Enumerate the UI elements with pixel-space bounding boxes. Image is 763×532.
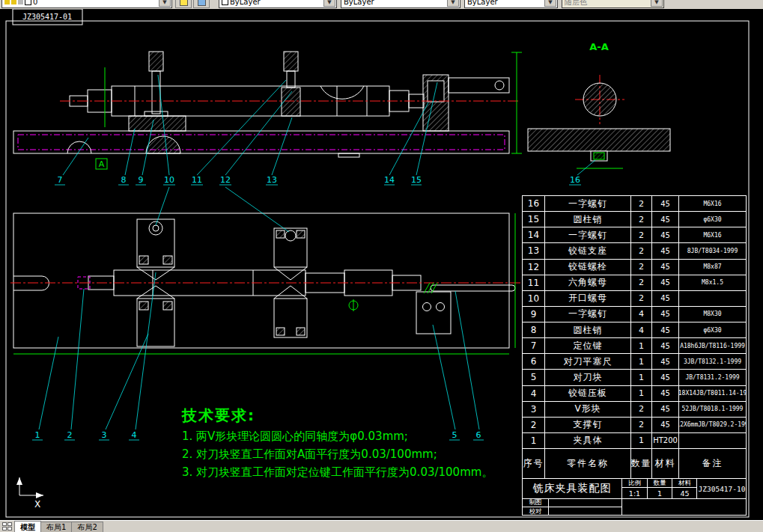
linetype-combo-value: ByLayer bbox=[344, 0, 374, 6]
bom-cell-material: 45 bbox=[652, 227, 679, 243]
bom-cell-no: 16 bbox=[523, 196, 545, 212]
technical-requirements: 技术要求: 1. 两V形块理论圆圆心的同轴度为φ0.03mm; 2. 对刀块竖直… bbox=[182, 406, 505, 480]
bom-cell-remark: A18h6JB/T8116-1999 bbox=[679, 338, 747, 354]
bom-row: 6 对刀平塞尺 1 45 3JB/T8132.1-1999 bbox=[523, 354, 747, 370]
bom-cell-material: 45 bbox=[652, 354, 679, 370]
bom-cell-name: 圆柱销 bbox=[545, 212, 631, 227]
bom-cell-qty: 1 bbox=[631, 433, 652, 449]
bom-row: 11 六角螺母 2 45 M8x1.5 bbox=[523, 275, 747, 291]
dropdown-arrow-icon[interactable]: ▼ bbox=[159, 0, 171, 7]
sheet-set-icon[interactable] bbox=[2, 522, 13, 532]
bom-cell-qty: 4 bbox=[631, 322, 652, 338]
bom-cell-qty: 2 bbox=[631, 227, 652, 243]
bom-cell-name: 定位键 bbox=[545, 338, 631, 354]
bom-row: 13 铰链支座 2 45 8JB/T8034-1999 bbox=[523, 243, 747, 259]
signature-rows: 制图 校对 bbox=[523, 499, 746, 516]
material-label: 材料 bbox=[672, 479, 697, 488]
bom-cell-no: 14 bbox=[523, 227, 545, 243]
bom-table-body: 16 一字螺钉 2 45 M6X16 15 圆柱销 2 45 φ6X30 bbox=[523, 196, 747, 449]
linetype-combo[interactable]: ByLayer ▼ bbox=[341, 0, 460, 8]
bom-cell-name: 支撑钉 bbox=[545, 418, 631, 433]
section-view: A-A bbox=[528, 41, 670, 168]
bom-cell-remark: M8X30 bbox=[679, 307, 747, 322]
tab-layout2[interactable]: 布局2 bbox=[71, 522, 103, 532]
bom-cell-material: 45 bbox=[652, 291, 679, 307]
bom-cell-remark: 52JB/T8018.1-1999 bbox=[679, 402, 747, 418]
datum-label: A bbox=[99, 159, 105, 169]
datum-a-flag: A bbox=[96, 159, 107, 169]
layer-previous-button[interactable] bbox=[193, 0, 210, 8]
tab-layout1[interactable]: 布局1 bbox=[40, 522, 72, 532]
bom-cell-no: 12 bbox=[523, 260, 545, 275]
bom-row: 9 一字螺钉 4 45 M8X30 bbox=[523, 307, 747, 322]
plotstyle-combo-value: 随层色 bbox=[565, 0, 587, 7]
balloon-leaders bbox=[39, 75, 595, 429]
bom-cell-material: 45 bbox=[652, 243, 679, 259]
bom-cell-remark: φ6X30 bbox=[679, 322, 747, 338]
bom-cell-no: 5 bbox=[523, 370, 545, 385]
bom-cell-no: 1 bbox=[523, 433, 545, 449]
qty-label: 数量 bbox=[648, 479, 672, 488]
dropdown-arrow-icon[interactable]: ▼ bbox=[323, 0, 335, 7]
bom-cell-name: 铰链压板 bbox=[545, 386, 631, 402]
balloon-9: 9 bbox=[139, 175, 144, 185]
color-combo-value: ByLayer bbox=[230, 0, 261, 6]
bom-cell-no: 3 bbox=[523, 402, 545, 418]
ucs-x-label: X bbox=[34, 499, 40, 510]
bom-row: 2 支撑钉 2 45 A12X6mmJB/T8029.2-1999 bbox=[523, 418, 747, 433]
title-block: 铣床夹具装配图 比例 数量 材料 1:1 1 45 JZ305417-10 制图… bbox=[522, 478, 747, 516]
bom-cell-no: 11 bbox=[523, 275, 545, 291]
balloon-15: 15 bbox=[411, 175, 422, 185]
layer-color-swatch bbox=[25, 0, 31, 5]
bom-cell-no: 6 bbox=[523, 354, 545, 370]
make-object-layer-current-button[interactable] bbox=[175, 0, 192, 8]
bom-header-qty: 数量 bbox=[631, 449, 652, 479]
dropdown-arrow-icon[interactable]: ▼ bbox=[544, 0, 556, 7]
bom-cell-name: 对刀平塞尺 bbox=[545, 354, 631, 370]
bom-cell-remark: A118X14JB/T8011.14-1999 bbox=[679, 386, 747, 402]
layer-combo[interactable]: 0 ▼ bbox=[1, 0, 172, 8]
bom-cell-qty: 1 bbox=[631, 338, 652, 354]
ucs-icon: X bbox=[16, 477, 43, 510]
scale-value: 1:1 bbox=[622, 488, 648, 498]
lineweight-combo[interactable]: ByLayer ▼ bbox=[464, 0, 558, 8]
bom-cell-name: 夹具体 bbox=[545, 433, 631, 449]
color-swatch bbox=[222, 0, 228, 5]
bom-cell-no: 9 bbox=[523, 307, 545, 322]
bom-cell-material: 45 bbox=[652, 275, 679, 291]
bom-cell-qty: 1 bbox=[631, 386, 652, 402]
section-label: A-A bbox=[589, 41, 609, 52]
bom-cell-qty: 2 bbox=[631, 212, 652, 227]
bom-table: 16 一字螺钉 2 45 M6X16 15 圆柱销 2 45 φ6X30 bbox=[522, 195, 747, 479]
bom-row: 12 铰链螺栓 2 45 M8x87 bbox=[523, 260, 747, 275]
balloon-11: 11 bbox=[192, 175, 202, 185]
bom-cell-qty: 2 bbox=[631, 418, 652, 433]
qty-value: 1 bbox=[648, 488, 672, 498]
bom-header-row: 序号 零件名称 数量 材料 备注 bbox=[523, 449, 747, 479]
bom-cell-remark bbox=[679, 433, 747, 449]
bom-cell-qty: 2 bbox=[631, 196, 652, 212]
status-bar: 模型 布局1 布局2 bbox=[0, 520, 763, 532]
bom-header-no: 序号 bbox=[523, 449, 545, 479]
doc-label-box: JZ305417-01 bbox=[13, 9, 82, 25]
bom-cell-material: 45 bbox=[652, 307, 679, 322]
dropdown-arrow-icon[interactable]: ▼ bbox=[447, 0, 459, 7]
bom-cell-remark bbox=[679, 291, 747, 307]
color-combo[interactable]: ByLayer ▼ bbox=[219, 0, 337, 8]
bom-cell-name: 开口螺母 bbox=[545, 291, 631, 307]
bom-row: 1 夹具体 1 HT200 bbox=[523, 433, 747, 449]
bom-row: 5 对刀块 1 45 JB/T8131.2-1999 bbox=[523, 370, 747, 385]
balloon-16: 16 bbox=[570, 175, 580, 185]
bom-cell-material: 45 bbox=[652, 322, 679, 338]
layer-on-icon bbox=[4, 0, 10, 4]
drawing-canvas[interactable]: JZ305417-01 bbox=[0, 9, 763, 520]
bom-row: 7 定位键 1 45 A18h6JB/T8116-1999 bbox=[523, 338, 747, 354]
balloon-8: 8 bbox=[121, 175, 127, 185]
scale-qty-material-grid: 比例 数量 材料 1:1 1 45 bbox=[622, 479, 697, 499]
bom-cell-no: 4 bbox=[523, 386, 545, 402]
tab-model[interactable]: 模型 bbox=[14, 521, 41, 532]
layer-tool-icon bbox=[180, 0, 188, 6]
bom-cell-remark: JB/T8131.2-1999 bbox=[679, 370, 747, 385]
bom-cell-material: 45 bbox=[652, 338, 679, 354]
balloon-3: 3 bbox=[102, 430, 107, 440]
